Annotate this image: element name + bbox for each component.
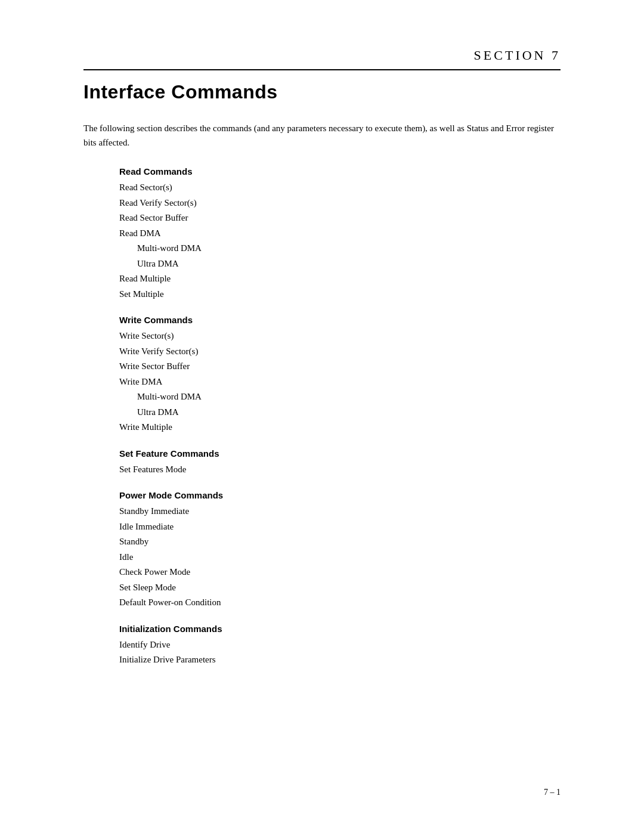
list-item: Idle Immediate — [119, 519, 561, 535]
list-item: Write DMA — [119, 374, 561, 390]
list-item: Set Multiple — [119, 287, 561, 302]
item-list-initialization-commands: Identify DriveInitialize Drive Parameter… — [119, 637, 561, 668]
sections-container: Read CommandsRead Sector(s)Read Verify S… — [83, 166, 561, 668]
item-list-set-feature-commands: Set Features Mode — [119, 462, 561, 478]
section-set-feature-commands: Set Feature CommandsSet Features Mode — [83, 448, 561, 478]
list-item: Identify Drive — [119, 637, 561, 653]
list-item: Ultra DMA — [119, 405, 561, 420]
list-item: Set Sleep Mode — [119, 580, 561, 596]
list-item: Set Features Mode — [119, 462, 561, 478]
section-power-mode-commands: Power Mode CommandsStandby ImmediateIdle… — [83, 490, 561, 611]
list-item: Read DMA — [119, 226, 561, 241]
item-list-write-commands: Write Sector(s)Write Verify Sector(s)Wri… — [119, 329, 561, 435]
list-item: Check Power Mode — [119, 565, 561, 580]
list-item: Read Multiple — [119, 271, 561, 287]
page-number: 7 – 1 — [544, 788, 561, 797]
intro-paragraph: The following section describes the comm… — [83, 121, 561, 150]
item-list-read-commands: Read Sector(s)Read Verify Sector(s)Read … — [119, 180, 561, 302]
list-item: Read Sector Buffer — [119, 210, 561, 226]
list-item: Multi-word DMA — [119, 389, 561, 405]
list-item: Read Verify Sector(s) — [119, 196, 561, 211]
section-heading-initialization-commands: Initialization Commands — [119, 624, 561, 634]
list-item: Write Sector(s) — [119, 329, 561, 344]
list-item: Idle — [119, 550, 561, 565]
list-item: Multi-word DMA — [119, 241, 561, 256]
section-initialization-commands: Initialization CommandsIdentify DriveIni… — [83, 624, 561, 668]
list-item: Ultra DMA — [119, 256, 561, 272]
section-heading-read-commands: Read Commands — [119, 166, 561, 176]
page-title: Interface Commands — [83, 81, 561, 103]
list-item: Standby Immediate — [119, 504, 561, 519]
list-item: Initialize Drive Parameters — [119, 652, 561, 668]
list-item: Write Sector Buffer — [119, 359, 561, 374]
list-item: Read Sector(s) — [119, 180, 561, 196]
section-read-commands: Read CommandsRead Sector(s)Read Verify S… — [83, 166, 561, 302]
section-divider — [83, 69, 561, 70]
section-heading-write-commands: Write Commands — [119, 315, 561, 325]
section-label: SECTION 7 — [83, 48, 561, 63]
page: SECTION 7 Interface Commands The followi… — [0, 0, 644, 833]
item-list-power-mode-commands: Standby ImmediateIdle ImmediateStandbyId… — [119, 504, 561, 611]
list-item: Standby — [119, 534, 561, 550]
section-write-commands: Write CommandsWrite Sector(s)Write Verif… — [83, 315, 561, 435]
list-item: Default Power-on Condition — [119, 595, 561, 611]
section-heading-power-mode-commands: Power Mode Commands — [119, 490, 561, 500]
list-item: Write Verify Sector(s) — [119, 344, 561, 360]
section-heading-set-feature-commands: Set Feature Commands — [119, 448, 561, 459]
list-item: Write Multiple — [119, 420, 561, 435]
